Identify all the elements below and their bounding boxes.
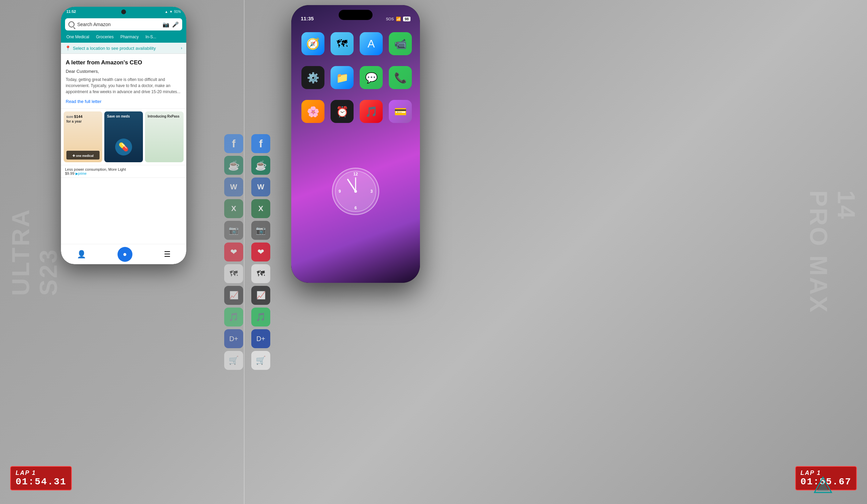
signal-icon: ▲ — [164, 10, 168, 13]
alexa-icon: ● — [122, 250, 127, 258]
samsung-status-bar: 11:52 ▲ ▼ 91% — [61, 7, 186, 16]
svg-text:6: 6 — [355, 206, 357, 210]
iphone-app-music[interactable]: 🎵 — [360, 100, 383, 123]
bottom-logo — [813, 475, 833, 497]
app-icon-disney-right: D+ — [251, 329, 270, 348]
app-icon-disney-left: D+ — [224, 329, 243, 348]
app-icon-facebook-right: f — [251, 134, 270, 153]
amazon-nav-tabs: One Medical Groceries Pharmacy In-S... — [61, 33, 186, 43]
app-icon-amazon-right: 🛒 — [251, 351, 270, 370]
app-icon-word-right: W — [251, 178, 270, 196]
power-consumption-bar: Less power consumption, More Light $9.99… — [61, 165, 186, 178]
brand-logo — [813, 475, 833, 496]
prime-badge: ▶prime — [76, 172, 87, 175]
iphone-battery-icon: 98 — [403, 17, 410, 21]
iphone-screen: 11:35 SOS 📶 98 🧭 🗺 A 📹 ⚙️ 📁 💬 📞 � — [291, 5, 420, 283]
one-medical-badge: ✚ one medical — [73, 154, 94, 158]
card-rxpass[interactable]: Introducing RxPass — [145, 111, 184, 162]
iphone-app-messages[interactable]: 💬 — [360, 66, 383, 89]
battery-icon: 91% — [174, 10, 181, 13]
iphone-app-files[interactable]: 📁 — [331, 66, 354, 89]
card-price-now: $144 — [74, 115, 82, 119]
app-icon-health-left: ❤ — [224, 243, 243, 261]
samsung-status-icons: ▲ ▼ 91% — [164, 10, 181, 13]
letter-title: A letter from Amazon's CEO — [66, 59, 182, 66]
camera-search-icon[interactable]: 📷 — [162, 21, 169, 28]
mic-icon[interactable]: 🎤 — [172, 21, 179, 28]
wifi-icon: ▼ — [169, 10, 173, 13]
app-icon-word-left: W — [224, 178, 243, 196]
tab-in-store[interactable]: In-S... — [142, 33, 159, 41]
letter-dear: Dear Customers, — [66, 69, 182, 74]
svg-text:9: 9 — [339, 189, 341, 194]
app-icon-amazon-left: 🛒 — [224, 351, 243, 370]
iphone-app-maps[interactable]: 🗺 — [331, 32, 354, 55]
location-text: Select a location to see product availab… — [73, 46, 179, 51]
svg-marker-9 — [817, 481, 829, 491]
amazon-cards-row: $199 $144 for a year ✚ one medical Save … — [61, 109, 186, 165]
samsung-time: 11:52 — [66, 10, 76, 13]
app-icon-camera-left: 📷 — [224, 221, 243, 240]
search-right-icons: 📷 🎤 — [162, 21, 179, 28]
nav-profile[interactable]: 👤 — [77, 250, 86, 259]
iphone-app-wallet[interactable]: 💳 — [389, 100, 412, 123]
card-period: for a year — [66, 120, 82, 123]
menu-icon: ☰ — [164, 250, 171, 259]
iphone-app-safari[interactable]: 🧭 — [301, 32, 324, 55]
iphone-apps-row1: 🧭 🗺 A 📹 — [301, 32, 410, 55]
lap-time-left: 01:54.31 — [15, 476, 66, 487]
iphone-app-appstore[interactable]: A — [360, 32, 383, 55]
card-one-medical[interactable]: $199 $144 for a year ✚ one medical — [64, 111, 102, 162]
alexa-button[interactable]: ● — [118, 247, 132, 262]
lap-label-left: LAP 1 — [15, 470, 66, 476]
amazon-location-bar[interactable]: 📍 Select a location to see product avail… — [61, 43, 186, 54]
app-icon-excel-left: X — [224, 199, 243, 218]
clock-svg: 12 3 6 9 — [334, 169, 378, 213]
card-pharmacy[interactable]: Save on meds 💊 — [104, 111, 143, 162]
iphone-app-settings[interactable]: ⚙️ — [301, 66, 324, 89]
location-pin-icon: 📍 — [65, 45, 71, 51]
clock-widget: 12 3 6 9 — [332, 168, 379, 215]
svg-point-7 — [354, 190, 357, 193]
app-grid-left: f ☕ W X 📷 ❤ 🗺 📈 🎵 D+ 🛒 — [220, 0, 247, 504]
amazon-ceo-letter: A letter from Amazon's CEO Dear Customer… — [61, 54, 186, 109]
app-icon-camera-right: 📷 — [251, 221, 270, 240]
card-rxpass-label: Introducing RxPass — [148, 114, 180, 119]
app-icon-excel-right: X — [251, 199, 270, 218]
iphone-status-right: SOS 📶 98 — [386, 17, 410, 21]
letter-body: Today, getting great health care is ofte… — [66, 77, 182, 95]
card-price-was: $199 — [66, 115, 73, 119]
amazon-search-bar[interactable]: Search Amazon 📷 🎤 — [61, 16, 186, 33]
samsung-phone: 11:52 ▲ ▼ 91% Search Amazon 📷 🎤 One Medi… — [61, 7, 186, 264]
tab-groceries[interactable]: Groceries — [93, 33, 116, 41]
iphone-phone: 11:35 SOS 📶 98 🧭 🗺 A 📹 ⚙️ 📁 💬 📞 � — [291, 5, 420, 283]
tab-pharmacy[interactable]: Pharmacy — [118, 33, 141, 41]
iphone-wifi-icon: 📶 — [396, 17, 401, 21]
iphone-app-phone[interactable]: 📞 — [389, 66, 412, 89]
iphone-app-photos[interactable]: 🌸 — [301, 100, 324, 123]
app-grid-right: f ☕ W X 📷 ❤ 🗺 📈 🎵 D+ 🛒 — [247, 0, 274, 504]
samsung-bottom-nav: 👤 ● ☰ — [61, 244, 186, 264]
iphone-apps-row3: 🌸 ⏰ 🎵 💳 — [301, 100, 410, 123]
iphone-app-clock[interactable]: ⏰ — [331, 100, 354, 123]
lap-timer-left: LAP 1 01:54.31 — [10, 466, 72, 491]
iphone-apps-row2: ⚙️ 📁 💬 📞 — [301, 66, 410, 89]
svg-text:12: 12 — [353, 172, 358, 176]
app-icon-maps-right: 🗺 — [251, 264, 270, 283]
card-one-medical-label: $199 $144 for a year — [66, 114, 82, 124]
amazon-search-input[interactable]: Search Amazon 📷 🎤 — [65, 18, 182, 31]
app-icon-stocks-left: 📈 — [224, 286, 243, 305]
tab-one-medical[interactable]: One Medical — [64, 33, 92, 41]
power-price: $9.99 — [65, 171, 75, 175]
app-icon-spotify-left: 🎵 — [224, 308, 243, 326]
search-placeholder: Search Amazon — [77, 22, 160, 27]
profile-icon: 👤 — [77, 250, 86, 259]
app-icon-health-right: ❤ — [251, 243, 270, 261]
nav-menu[interactable]: ☰ — [164, 250, 171, 259]
samsung-screen: 11:52 ▲ ▼ 91% Search Amazon 📷 🎤 One Medi… — [61, 7, 186, 264]
location-chevron-icon: › — [181, 46, 182, 51]
iphone-battery-level: 98 — [403, 17, 410, 21]
samsung-camera-cutout — [121, 10, 126, 14]
read-full-letter-link[interactable]: Read the full letter — [66, 99, 101, 104]
iphone-app-facetime[interactable]: 📹 — [389, 32, 412, 55]
